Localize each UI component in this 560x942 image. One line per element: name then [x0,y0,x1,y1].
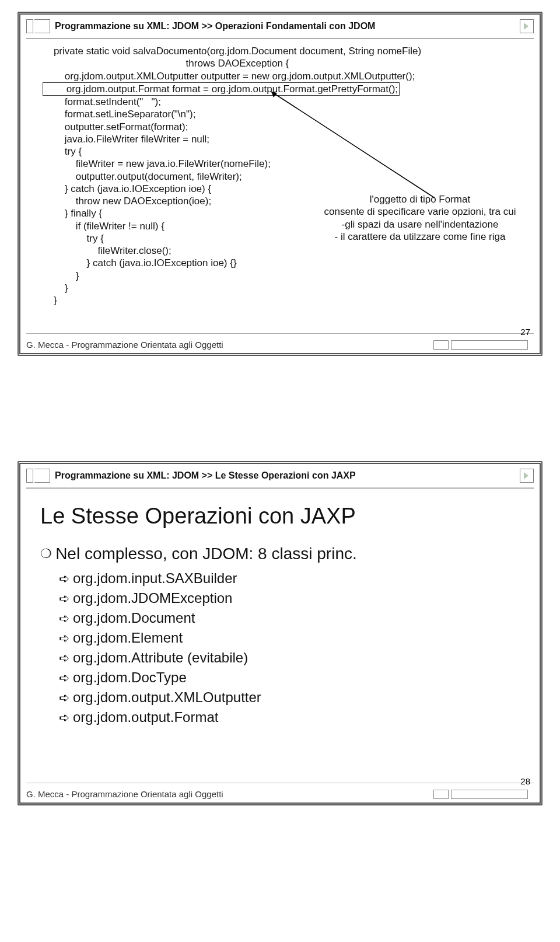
slide-27: Programmazione su XML: JDOM >> Operazion… [18,12,542,356]
sub-bullet: org.jdom.Document [59,609,529,627]
header-deco-left [26,469,50,483]
deco-box-icon [34,19,50,33]
sub-bullet: org.jdom.output.XMLOutputter [59,689,529,706]
highlight-box: org.jdom.output.Format format = org.jdom… [43,82,400,96]
deco-box-icon [26,19,33,33]
breadcrumb: Programmazione su XML: JDOM >> Operazion… [55,21,520,32]
breadcrumb: Programmazione su XML: JDOM >> Le Stesse… [55,470,520,481]
page-number: 27 [520,327,530,337]
slide-28: Programmazione su XML: JDOM >> Le Stesse… [18,461,542,805]
code-block: private static void salvaDocumento(org.j… [43,45,529,82]
slide-title: Le Stesse Operazioni con JAXP [40,503,529,531]
sub-bullet: org.jdom.Element [59,629,529,647]
sub-bullet: org.jdom.JDOMException [59,589,529,607]
divider [26,486,534,489]
annotation-line: consente di specificare varie opzioni, t… [312,205,528,218]
sub-bullet: org.jdom.output.Format [59,709,529,726]
slide-footer: G. Mecca - Programmazione Orientata agli… [26,340,534,350]
play-icon [520,19,534,33]
sub-bullet: org.jdom.Attribute (evitabile) [59,649,529,667]
footer-deco-icon [433,340,449,350]
annotation-line: -gli spazi da usare nell'indentazione [312,218,528,231]
slide-header: Programmazione su XML: JDOM >> Operazion… [20,15,540,36]
footer-deco-icon [433,790,449,799]
slide-body: Le Stesse Operazioni con JAXP Nel comple… [20,492,540,733]
annotation-line: - il carattere da utilzzare come fine ri… [312,231,528,243]
sub-bullet: org.jdom.input.SAXBuilder [59,570,529,587]
slide-body: private static void salvaDocumento(org.j… [20,43,540,311]
divider [26,783,534,785]
divider [26,333,534,336]
code-boxed-line: org.jdom.output.Format format = org.jdom… [43,82,529,96]
deco-box-icon [26,469,33,483]
divider [26,36,534,39]
header-deco-left [26,19,50,33]
annotation-text: l'oggetto di tipo Format consente di spe… [312,193,528,243]
bullet-main: Nel complesso, con JDOM: 8 classi princ. [40,543,529,564]
deco-box-icon [34,469,50,483]
slide-header: Programmazione su XML: JDOM >> Le Stesse… [20,464,540,486]
annotation-line: l'oggetto di tipo Format [312,193,528,205]
footer-deco-icon [451,790,528,799]
sub-bullet: org.jdom.DocType [59,669,529,686]
page-number: 28 [520,776,530,786]
footer-text: G. Mecca - Programmazione Orientata agli… [26,789,223,799]
footer-text: G. Mecca - Programmazione Orientata agli… [26,340,223,350]
slide-footer: G. Mecca - Programmazione Orientata agli… [26,789,534,799]
play-icon [520,469,534,483]
footer-deco-icon [451,340,528,350]
